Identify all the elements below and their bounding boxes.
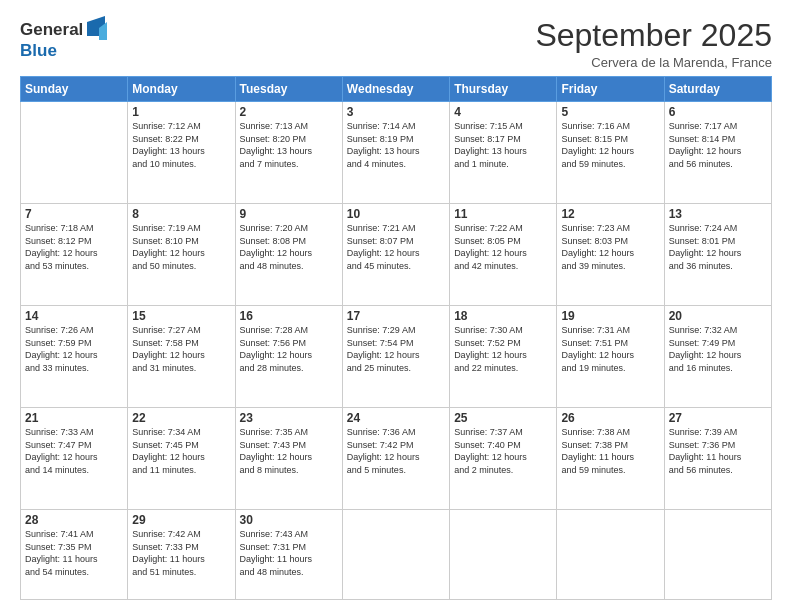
table-row	[664, 510, 771, 600]
table-row: 24Sunrise: 7:36 AM Sunset: 7:42 PM Dayli…	[342, 408, 449, 510]
day-info: Sunrise: 7:26 AM Sunset: 7:59 PM Dayligh…	[25, 324, 123, 374]
table-row: 25Sunrise: 7:37 AM Sunset: 7:40 PM Dayli…	[450, 408, 557, 510]
day-info: Sunrise: 7:32 AM Sunset: 7:49 PM Dayligh…	[669, 324, 767, 374]
table-row: 28Sunrise: 7:41 AM Sunset: 7:35 PM Dayli…	[21, 510, 128, 600]
day-info: Sunrise: 7:35 AM Sunset: 7:43 PM Dayligh…	[240, 426, 338, 476]
table-row	[450, 510, 557, 600]
logo: General Blue	[20, 18, 107, 61]
table-row: 8Sunrise: 7:19 AM Sunset: 8:10 PM Daylig…	[128, 204, 235, 306]
table-row: 14Sunrise: 7:26 AM Sunset: 7:59 PM Dayli…	[21, 306, 128, 408]
day-info: Sunrise: 7:24 AM Sunset: 8:01 PM Dayligh…	[669, 222, 767, 272]
day-number: 4	[454, 105, 552, 119]
table-row: 16Sunrise: 7:28 AM Sunset: 7:56 PM Dayli…	[235, 306, 342, 408]
day-info: Sunrise: 7:37 AM Sunset: 7:40 PM Dayligh…	[454, 426, 552, 476]
table-row: 7Sunrise: 7:18 AM Sunset: 8:12 PM Daylig…	[21, 204, 128, 306]
day-info: Sunrise: 7:28 AM Sunset: 7:56 PM Dayligh…	[240, 324, 338, 374]
day-number: 20	[669, 309, 767, 323]
day-number: 6	[669, 105, 767, 119]
day-number: 1	[132, 105, 230, 119]
day-info: Sunrise: 7:31 AM Sunset: 7:51 PM Dayligh…	[561, 324, 659, 374]
col-thursday: Thursday	[450, 77, 557, 102]
table-row: 22Sunrise: 7:34 AM Sunset: 7:45 PM Dayli…	[128, 408, 235, 510]
day-number: 25	[454, 411, 552, 425]
table-row: 5Sunrise: 7:16 AM Sunset: 8:15 PM Daylig…	[557, 102, 664, 204]
day-number: 3	[347, 105, 445, 119]
calendar: Sunday Monday Tuesday Wednesday Thursday…	[20, 76, 772, 600]
table-row: 2Sunrise: 7:13 AM Sunset: 8:20 PM Daylig…	[235, 102, 342, 204]
table-row: 10Sunrise: 7:21 AM Sunset: 8:07 PM Dayli…	[342, 204, 449, 306]
day-number: 26	[561, 411, 659, 425]
day-number: 21	[25, 411, 123, 425]
day-number: 28	[25, 513, 123, 527]
day-info: Sunrise: 7:21 AM Sunset: 8:07 PM Dayligh…	[347, 222, 445, 272]
day-number: 2	[240, 105, 338, 119]
table-row: 9Sunrise: 7:20 AM Sunset: 8:08 PM Daylig…	[235, 204, 342, 306]
table-row	[557, 510, 664, 600]
table-row: 30Sunrise: 7:43 AM Sunset: 7:31 PM Dayli…	[235, 510, 342, 600]
logo-general: General	[20, 21, 83, 40]
day-number: 7	[25, 207, 123, 221]
table-row	[342, 510, 449, 600]
header: General Blue September 2025 Cervera de l…	[20, 18, 772, 70]
table-row: 23Sunrise: 7:35 AM Sunset: 7:43 PM Dayli…	[235, 408, 342, 510]
table-row: 17Sunrise: 7:29 AM Sunset: 7:54 PM Dayli…	[342, 306, 449, 408]
table-row: 1Sunrise: 7:12 AM Sunset: 8:22 PM Daylig…	[128, 102, 235, 204]
table-row: 18Sunrise: 7:30 AM Sunset: 7:52 PM Dayli…	[450, 306, 557, 408]
col-monday: Monday	[128, 77, 235, 102]
table-row: 21Sunrise: 7:33 AM Sunset: 7:47 PM Dayli…	[21, 408, 128, 510]
location: Cervera de la Marenda, France	[535, 55, 772, 70]
day-number: 12	[561, 207, 659, 221]
day-info: Sunrise: 7:36 AM Sunset: 7:42 PM Dayligh…	[347, 426, 445, 476]
day-number: 30	[240, 513, 338, 527]
day-number: 14	[25, 309, 123, 323]
day-info: Sunrise: 7:20 AM Sunset: 8:08 PM Dayligh…	[240, 222, 338, 272]
col-friday: Friday	[557, 77, 664, 102]
logo-icon	[85, 14, 107, 42]
day-number: 5	[561, 105, 659, 119]
day-info: Sunrise: 7:30 AM Sunset: 7:52 PM Dayligh…	[454, 324, 552, 374]
day-info: Sunrise: 7:18 AM Sunset: 8:12 PM Dayligh…	[25, 222, 123, 272]
day-number: 19	[561, 309, 659, 323]
month-title: September 2025	[535, 18, 772, 53]
day-info: Sunrise: 7:13 AM Sunset: 8:20 PM Dayligh…	[240, 120, 338, 170]
day-info: Sunrise: 7:19 AM Sunset: 8:10 PM Dayligh…	[132, 222, 230, 272]
day-info: Sunrise: 7:16 AM Sunset: 8:15 PM Dayligh…	[561, 120, 659, 170]
day-number: 9	[240, 207, 338, 221]
table-row: 13Sunrise: 7:24 AM Sunset: 8:01 PM Dayli…	[664, 204, 771, 306]
day-info: Sunrise: 7:38 AM Sunset: 7:38 PM Dayligh…	[561, 426, 659, 476]
table-row: 6Sunrise: 7:17 AM Sunset: 8:14 PM Daylig…	[664, 102, 771, 204]
table-row: 12Sunrise: 7:23 AM Sunset: 8:03 PM Dayli…	[557, 204, 664, 306]
day-number: 17	[347, 309, 445, 323]
day-number: 22	[132, 411, 230, 425]
table-row: 11Sunrise: 7:22 AM Sunset: 8:05 PM Dayli…	[450, 204, 557, 306]
table-row: 27Sunrise: 7:39 AM Sunset: 7:36 PM Dayli…	[664, 408, 771, 510]
day-info: Sunrise: 7:41 AM Sunset: 7:35 PM Dayligh…	[25, 528, 123, 578]
day-info: Sunrise: 7:27 AM Sunset: 7:58 PM Dayligh…	[132, 324, 230, 374]
day-number: 16	[240, 309, 338, 323]
table-row: 19Sunrise: 7:31 AM Sunset: 7:51 PM Dayli…	[557, 306, 664, 408]
day-number: 13	[669, 207, 767, 221]
day-info: Sunrise: 7:15 AM Sunset: 8:17 PM Dayligh…	[454, 120, 552, 170]
day-info: Sunrise: 7:17 AM Sunset: 8:14 PM Dayligh…	[669, 120, 767, 170]
table-row: 26Sunrise: 7:38 AM Sunset: 7:38 PM Dayli…	[557, 408, 664, 510]
day-info: Sunrise: 7:43 AM Sunset: 7:31 PM Dayligh…	[240, 528, 338, 578]
table-row	[21, 102, 128, 204]
logo-text: General Blue	[20, 18, 107, 61]
day-info: Sunrise: 7:14 AM Sunset: 8:19 PM Dayligh…	[347, 120, 445, 170]
title-area: September 2025 Cervera de la Marenda, Fr…	[535, 18, 772, 70]
table-row: 3Sunrise: 7:14 AM Sunset: 8:19 PM Daylig…	[342, 102, 449, 204]
header-row: Sunday Monday Tuesday Wednesday Thursday…	[21, 77, 772, 102]
day-info: Sunrise: 7:12 AM Sunset: 8:22 PM Dayligh…	[132, 120, 230, 170]
logo-blue: Blue	[20, 42, 107, 61]
day-info: Sunrise: 7:22 AM Sunset: 8:05 PM Dayligh…	[454, 222, 552, 272]
day-info: Sunrise: 7:42 AM Sunset: 7:33 PM Dayligh…	[132, 528, 230, 578]
col-wednesday: Wednesday	[342, 77, 449, 102]
col-sunday: Sunday	[21, 77, 128, 102]
day-info: Sunrise: 7:39 AM Sunset: 7:36 PM Dayligh…	[669, 426, 767, 476]
day-number: 15	[132, 309, 230, 323]
table-row: 15Sunrise: 7:27 AM Sunset: 7:58 PM Dayli…	[128, 306, 235, 408]
col-saturday: Saturday	[664, 77, 771, 102]
day-number: 24	[347, 411, 445, 425]
table-row: 4Sunrise: 7:15 AM Sunset: 8:17 PM Daylig…	[450, 102, 557, 204]
day-number: 27	[669, 411, 767, 425]
